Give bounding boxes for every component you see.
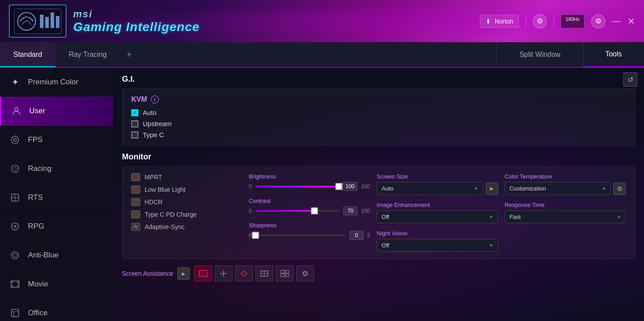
sharpness-slider-row: 0 0 5 [249,231,370,240]
radio-upstream[interactable] [131,120,138,127]
color-temp-gear-btn[interactable]: ⚙ [613,182,626,195]
sharpness-slider[interactable] [255,234,346,236]
night-vision-select[interactable]: Off [377,239,498,252]
response-time-group: Response Time Fast [505,202,626,223]
image-enhancement-group: Image Enhancement Off [377,202,498,223]
svg-point-7 [12,136,19,143]
contrast-group: Contrast 0 70 100 [249,198,370,215]
tab-bar: Standard Ray Tracing + Split Window Tool… [0,42,644,68]
toggle-hdcr[interactable]: OFF HDCR [131,198,242,206]
svg-rect-0 [14,9,61,34]
contrast-min: 0 [249,208,252,214]
screen-size-play-btn[interactable]: ▶ [486,182,498,195]
racing-icon [9,162,21,175]
kvm-card: KVM i Auto Upstream Type C [122,88,635,146]
right-col-2: Color Temperature Customization ⚙ Respon… [505,173,626,252]
norton-label: Norton [495,18,513,25]
rts-icon [9,191,21,204]
toggle-low-blue-light[interactable]: OFF Low Blue Light [131,186,242,194]
sidebar-item-premium-color[interactable]: ✦ Premium Color [0,68,113,97]
fps-icon [9,134,21,146]
sa-icon-4[interactable] [255,266,273,281]
brand-text: msi Gaming Intelligence [73,8,200,34]
sharpness-thumb[interactable] [252,232,259,239]
sidebar-item-office[interactable]: Office [0,299,113,321]
svg-rect-22 [12,309,19,317]
response-time-select[interactable]: Fast [505,210,626,223]
tab-standard[interactable]: Standard [0,42,55,67]
color-temp-row: Customization ⚙ [505,182,626,195]
close-button[interactable]: ✕ [628,16,635,27]
kvm-option-typec[interactable]: Type C [131,131,626,139]
sidebar: ✦ Premium Color User FPS [0,68,113,321]
sidebar-item-rpg[interactable]: RPG [0,212,113,241]
settings-circle-icon[interactable]: ⚙ [533,14,547,28]
screen-size-group: Screen Size Auto ▶ [377,173,498,195]
title-bar: msi Gaming Intelligence ⬇ Norton ⚙ 180Hz… [0,0,644,42]
kvm-info-icon[interactable]: i [151,95,159,103]
svg-rect-5 [56,16,59,28]
monitor-title: Monitor [122,152,635,162]
monitor-section: Monitor OFF MPRT OFF Low Blue Light [122,152,635,259]
tab-right-area: Split Window Tools [497,42,644,67]
sidebar-item-rts[interactable]: RTS [0,183,113,212]
tab-ray-tracing[interactable]: Ray Tracing [55,42,120,67]
sidebar-item-anti-blue[interactable]: Anti-Blue [0,241,113,270]
tab-tools[interactable]: Tools [583,42,644,67]
svg-point-8 [14,139,16,141]
tab-split-window[interactable]: Split Window [497,42,582,67]
sa-icon-5[interactable] [276,266,294,281]
contrast-value: 70 [343,206,357,215]
norton-download-icon: ⬇ [486,18,491,25]
toggle-adaptive-sync[interactable]: Adaptive-Sync [131,223,242,231]
sa-icon-2[interactable] [215,266,232,281]
sa-icon-1[interactable] [194,266,212,281]
toggle-mprt-icon: OFF [131,173,140,181]
sa-icon-3[interactable] [235,266,253,281]
kvm-option-upstream[interactable]: Upstream [131,120,626,127]
separator-1 [526,15,526,28]
svg-point-1 [18,12,35,30]
tab-add-button[interactable]: + [120,42,138,67]
brightness-slider[interactable] [255,186,339,187]
image-enhancement-select[interactable]: Off [377,210,498,223]
color-temp-select[interactable]: Customization [505,182,611,195]
sa-icon-6[interactable] [296,266,314,281]
minimize-button[interactable]: — [612,16,621,27]
screen-assistance-play-btn[interactable]: ▶ [177,267,190,280]
toggle-hdcr-icon: OFF [131,198,140,206]
sidebar-item-user[interactable]: User [0,97,113,126]
svg-rect-35 [285,270,289,273]
kvm-option-auto[interactable]: Auto [131,109,626,116]
svg-rect-3 [45,17,49,28]
sharpness-min: 0 [249,232,252,238]
sharpness-value: 0 [349,231,364,240]
sidebar-item-movie[interactable]: Movie [0,270,113,299]
toggle-list: OFF MPRT OFF Low Blue Light OFF HDCR O [131,173,242,252]
contrast-slider[interactable] [255,210,340,212]
logo-svg [13,8,62,35]
svg-point-15 [12,252,19,259]
norton-button[interactable]: ⬇ Norton [480,15,519,28]
hz-value: 180 [565,16,573,22]
sidebar-item-fps[interactable]: FPS [0,126,113,155]
night-vision-label: Night Vision [377,230,498,237]
radio-auto[interactable] [131,109,138,116]
brightness-thumb[interactable] [335,183,342,190]
screen-assistance-label: Screen Assistance [122,270,173,277]
refresh-button[interactable]: ↺ [623,72,637,87]
sidebar-item-racing[interactable]: Racing [0,155,113,183]
contrast-thumb[interactable] [311,207,318,214]
radio-typec[interactable] [131,131,138,139]
sharpness-max: 5 [367,232,370,238]
user-icon [10,105,23,117]
contrast-max: 100 [361,208,370,214]
screen-size-select[interactable]: Auto [377,182,483,195]
screen-size-label: Screen Size [377,173,498,180]
toggle-adaptive-icon [131,223,140,231]
gear-icon[interactable]: ⚙ [591,14,605,28]
content-area: ↺ G.I. KVM i Auto Upstream Type C [113,68,644,321]
screen-assistance-icons [194,266,314,281]
toggle-typec-pd[interactable]: OFF Type C PD Charge [131,210,242,218]
toggle-mprt[interactable]: OFF MPRT [131,173,242,181]
